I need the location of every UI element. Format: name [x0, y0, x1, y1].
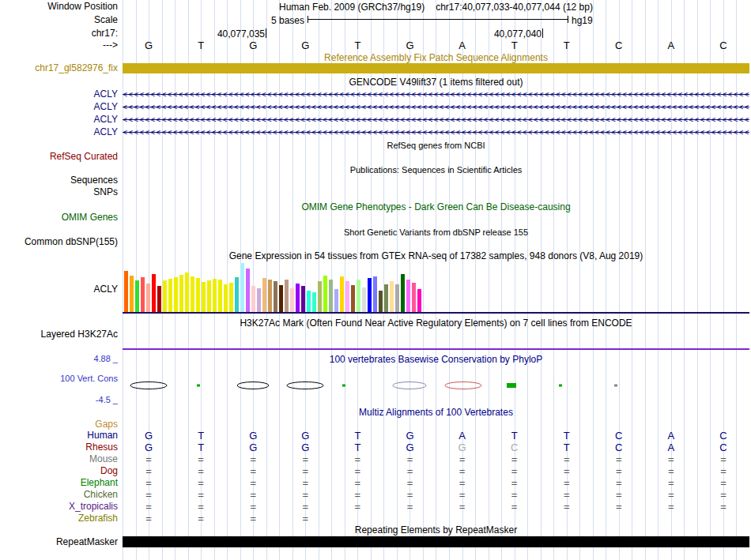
gtex-tissue-bar[interactable]	[262, 278, 266, 312]
species-label-mouse[interactable]: Mouse	[89, 454, 118, 464]
scale-label: Scale	[94, 15, 118, 25]
alignment-row[interactable]: ====	[123, 513, 749, 524]
gtex-tissue-bar[interactable]	[141, 277, 145, 312]
gtex-tissue-bar[interactable]	[401, 274, 405, 312]
repeatmasker-bar[interactable]	[123, 536, 749, 547]
gtex-tissue-bar[interactable]	[384, 284, 388, 312]
track-label-gtex-gene[interactable]: ACLY	[94, 284, 118, 295]
gtex-tissue-bar[interactable]	[285, 280, 289, 312]
gtex-tissue-bar[interactable]	[196, 278, 200, 312]
track-label-h3k27ac[interactable]: Layered H3K27Ac	[41, 329, 118, 340]
alignment-row[interactable]: ============	[123, 477, 749, 489]
gtex-tissue-bar[interactable]	[323, 276, 327, 312]
gtex-tissue-bar[interactable]	[251, 286, 255, 312]
gtex-tissue-bar[interactable]	[340, 276, 344, 312]
track-label-refseq-curated[interactable]: RefSeq Curated	[50, 152, 118, 162]
track-label-dbsnp[interactable]: Common dbSNP(155)	[25, 237, 118, 247]
gtex-tissue-bar[interactable]	[395, 284, 399, 312]
gtex-tissue-bar[interactable]	[185, 272, 189, 312]
alignment-row[interactable]: ============	[123, 453, 749, 465]
phylop-wiggle[interactable]	[123, 377, 749, 396]
gencode-gene-label[interactable]: ACLY	[94, 115, 118, 125]
alignment-row[interactable]: ============	[123, 501, 749, 513]
gtex-tissue-bar[interactable]	[152, 274, 156, 312]
track-label-snps[interactable]: SNPs	[93, 187, 118, 197]
h3k27ac-signal-line[interactable]	[123, 348, 749, 350]
gtex-tissue-bar[interactable]	[174, 277, 178, 312]
track-label-sequences[interactable]: Sequences	[70, 175, 118, 186]
gtex-tissue-bar[interactable]	[301, 286, 305, 312]
gtex-tissue-bar[interactable]	[379, 291, 383, 312]
gtex-tissue-bar[interactable]	[146, 284, 150, 312]
gtex-tissue-bar[interactable]	[406, 280, 410, 312]
base-cell: T	[541, 39, 593, 51]
gtex-tissue-bar[interactable]	[235, 277, 239, 312]
gtex-tissue-bar[interactable]	[290, 288, 294, 312]
species-label-rhesus[interactable]: Rhesus	[85, 442, 118, 453]
gencode-transcript[interactable]: <<<<<<<<<<<<<<<<<<<<<<<<<<<<<<<<<<<<<<<<…	[123, 88, 749, 101]
gtex-tissue-bar[interactable]	[240, 263, 244, 312]
gtex-tissue-bar[interactable]	[417, 289, 421, 312]
alignment-row[interactable]: ============	[123, 489, 749, 501]
gtex-tissue-bar[interactable]	[274, 281, 277, 312]
gtex-tissue-bar[interactable]	[135, 280, 139, 312]
gtex-tissue-bar[interactable]	[412, 283, 416, 312]
species-label-chicken[interactable]: Chicken	[84, 490, 118, 500]
gtex-tissue-bar[interactable]	[390, 281, 394, 312]
phylop-mark	[393, 382, 426, 389]
gencode-gene-label[interactable]: ACLY	[94, 102, 118, 112]
track-label-repeatmasker[interactable]: RepeatMasker	[56, 537, 118, 547]
gtex-tissue-bar[interactable]	[213, 279, 217, 312]
gtex-tissue-bar[interactable]	[207, 280, 211, 312]
gtex-tissue-bar[interactable]	[334, 289, 338, 312]
alignment-row[interactable]: GTGGTGGCTCAC	[123, 442, 749, 453]
track-label-omim[interactable]: OMIM Genes	[62, 212, 118, 223]
alignment-row[interactable]: GTGGTGATTCAC	[123, 430, 749, 442]
gtex-tissue-bar[interactable]	[368, 278, 372, 312]
gencode-gene-label[interactable]: ACLY	[94, 89, 118, 100]
gencode-transcript[interactable]: <<<<<<<<<<<<<<<<<<<<<<<<<<<<<<<<<<<<<<<<…	[123, 101, 749, 114]
gtex-tissue-bar[interactable]	[218, 280, 222, 312]
gtex-tissue-bar[interactable]	[202, 282, 206, 312]
track-label-phylop[interactable]: 100 Vert. Cons	[60, 374, 118, 384]
gtex-tissue-bar[interactable]	[229, 283, 233, 312]
gencode-transcript[interactable]: <<<<<<<<<<<<<<<<<<<<<<<<<<<<<<<<<<<<<<<<…	[123, 126, 749, 139]
species-label-human[interactable]: Human	[87, 430, 118, 441]
gtex-tissue-bar[interactable]	[163, 280, 167, 312]
gtex-tissue-bar[interactable]	[345, 281, 349, 312]
gtex-tissue-bar[interactable]	[362, 288, 366, 312]
gtex-tissue-bar[interactable]	[179, 275, 183, 312]
track-label-fix-patch[interactable]: chr17_gl582976_fix	[35, 63, 118, 73]
gtex-tissue-bar[interactable]	[124, 271, 128, 312]
species-label-dog[interactable]: Dog	[100, 466, 118, 476]
species-label-x_tropicalis[interactable]: X_tropicalis	[69, 502, 118, 512]
gencode-gene-label[interactable]: ACLY	[94, 127, 118, 137]
species-label-zebrafish[interactable]: Zebrafish	[78, 513, 118, 524]
gtex-tissue-bar[interactable]	[224, 284, 228, 312]
gtex-tissue-bar[interactable]	[168, 279, 172, 312]
fix-patch-bar[interactable]	[123, 63, 749, 73]
gencode-transcript[interactable]: <<<<<<<<<<<<<<<<<<<<<<<<<<<<<<<<<<<<<<<<…	[123, 114, 749, 126]
base-cell: =	[331, 501, 383, 513]
gtex-tissue-bar[interactable]	[268, 280, 272, 312]
gtex-tissue-bar[interactable]	[373, 276, 377, 312]
gtex-tissue-bar[interactable]	[357, 280, 360, 312]
gtex-tissue-bar[interactable]	[318, 281, 322, 312]
gtex-bar-chart[interactable]	[124, 263, 421, 312]
gtex-tissue-bar[interactable]	[130, 276, 134, 312]
gtex-tissue-bar[interactable]	[351, 285, 355, 312]
gtex-tissue-bar[interactable]	[296, 284, 300, 312]
species-label-elephant[interactable]: Elephant	[81, 478, 118, 488]
alignment-row[interactable]: ============	[123, 465, 749, 477]
base-cell: G	[383, 442, 436, 453]
base-cell: =	[697, 501, 749, 513]
gtex-tissue-bar[interactable]	[329, 280, 333, 312]
gtex-tissue-bar[interactable]	[191, 276, 194, 312]
gencode-title: GENCODE V49lift37 (1 items filtered out)	[123, 77, 749, 88]
gtex-tissue-bar[interactable]	[307, 291, 311, 312]
gtex-tissue-bar[interactable]	[312, 292, 316, 312]
gtex-tissue-bar[interactable]	[246, 269, 250, 312]
gtex-tissue-bar[interactable]	[279, 285, 283, 312]
gtex-tissue-bar[interactable]	[157, 286, 161, 312]
gtex-tissue-bar[interactable]	[257, 288, 261, 312]
